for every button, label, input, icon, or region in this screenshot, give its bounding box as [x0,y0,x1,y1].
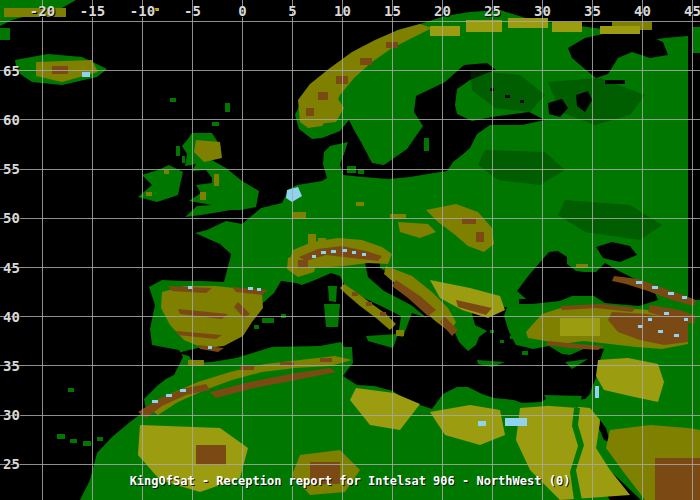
longitude-label: 10 [334,3,351,19]
longitude-label: 0 [238,3,246,19]
latitude-label: 35 [3,358,20,374]
longitude-label: 5 [288,3,296,19]
longitude-label: 35 [584,3,601,19]
longitude-label: 25 [484,3,501,19]
latitude-label: 40 [3,309,20,325]
map-caption: KingOfSat - Reception report for Intelsa… [130,474,571,488]
longitude-label: 45 [684,3,700,19]
longitude-label: -10 [130,3,155,19]
latitude-label: 60 [3,112,20,128]
reception-coverage-map: -20-15-10-5051015202530354045 6560555045… [0,0,700,500]
latitude-label: 45 [3,260,20,276]
longitude-label: 30 [534,3,551,19]
longitude-label: 20 [434,3,451,19]
latitude-label: 55 [3,161,20,177]
latitude-label: 30 [3,407,20,423]
coordinate-grid [0,0,700,500]
latitude-label: 25 [3,456,20,472]
longitude-label: 40 [634,3,651,19]
longitude-label: -15 [80,3,105,19]
longitude-label: -20 [30,3,55,19]
latitude-label: 65 [3,63,20,79]
longitude-label: -5 [184,3,201,19]
latitude-label: 50 [3,210,20,226]
longitude-label: 15 [384,3,401,19]
